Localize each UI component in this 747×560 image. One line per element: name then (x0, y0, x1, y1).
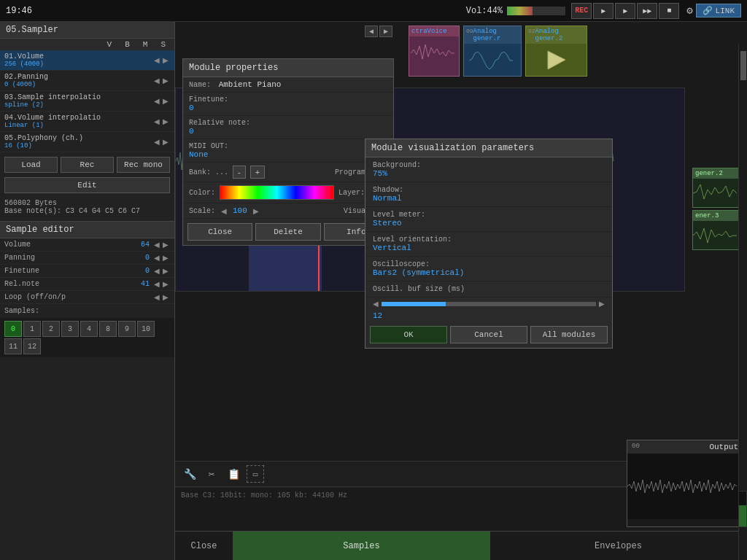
module-thumb-ctravoice[interactable]: ctraVoice (409, 26, 460, 77)
plus-btn[interactable]: + (250, 166, 265, 179)
minus-btn[interactable]: - (233, 166, 246, 179)
output-module[interactable]: 00 Output (627, 440, 743, 527)
buf-slider-track[interactable] (382, 302, 596, 306)
ctravoice-wave (411, 39, 457, 68)
viz-dialog-buttons: OK Cancel All modules (365, 322, 612, 348)
pan-arrow-right[interactable]: ▶ (161, 77, 170, 85)
prop-name-row: Name: Ambient Piano (183, 77, 393, 93)
viz-buf-row: Oscill. buf size (ms) (365, 281, 612, 298)
delete-button[interactable]: Delete (255, 223, 320, 241)
vol-arrow-left[interactable]: ◀ (152, 56, 161, 64)
sample-8[interactable]: 8 (99, 321, 117, 337)
loop-param-left[interactable]: ◀ (152, 293, 161, 301)
sample-1[interactable]: 1 (23, 321, 41, 337)
interp-arrow-left[interactable]: ◀ (152, 97, 161, 105)
stop-button[interactable]: ■ (659, 3, 679, 19)
play-icon (542, 47, 571, 73)
waveform-toolbar: 🔧 ✂ 📋 ▭ ◀ ▶ (175, 461, 685, 487)
sample-3[interactable]: 3 (61, 321, 79, 337)
vol-arrow-right[interactable]: ▶ (161, 56, 170, 64)
module-thumb-02[interactable]: 02 Analog gener.2 (525, 26, 587, 77)
pan-param-left[interactable]: ◀ (152, 254, 161, 262)
play-button[interactable]: ▶ (593, 3, 614, 19)
rec-mono-button[interactable]: Rec mono (117, 157, 170, 173)
vol-param-left[interactable]: ◀ (152, 241, 161, 249)
pan-param-right[interactable]: ▶ (161, 254, 170, 262)
color-picker[interactable] (220, 185, 334, 200)
play2-button[interactable]: ▶ (615, 3, 635, 19)
rn-param-left[interactable]: ◀ (152, 280, 161, 288)
ft-param-left[interactable]: ◀ (152, 267, 161, 275)
param-row-volume: Volume 64 ◀ ▶ (0, 238, 174, 252)
scissors-icon[interactable]: ✂ (203, 465, 220, 483)
sample-4[interactable]: 4 (80, 321, 98, 337)
buf-arrow-left[interactable]: ◀ (373, 300, 379, 308)
buf-arrow-right[interactable]: ▶ (599, 300, 605, 308)
viz-title: Module visualization parameters (365, 139, 612, 158)
load-button[interactable]: Load (4, 157, 58, 173)
bottom-tabs: Close Samples Envelopes (175, 531, 747, 560)
wrench-icon[interactable]: 🔧 (181, 465, 198, 483)
volume-bar[interactable] (507, 7, 565, 15)
envelopes-tab[interactable]: Envelopes (490, 532, 747, 560)
scale-right[interactable]: ▶ (252, 207, 260, 215)
gear-icon[interactable]: ⚙ (686, 4, 692, 17)
module-row-interp[interactable]: 03.Sample interpolatio spline (2) ◀ ▶ (0, 91, 174, 112)
play3-button[interactable]: ▶▶ (637, 3, 657, 19)
scrollbar-thumb[interactable] (740, 51, 746, 80)
buf-slider-fill (382, 302, 446, 306)
vi-arrow-left[interactable]: ◀ (152, 117, 161, 125)
main-scrollbar[interactable] (738, 44, 747, 560)
prop-bank-row: Bank: ... - + Program: ... (183, 163, 393, 182)
prop-scale-row: Scale: ◀ 100 ▶ Visualizer (183, 203, 393, 219)
right-module-gener3[interactable]: ener.3 (692, 210, 743, 250)
samples-row: 0 1 2 3 4 8 9 10 11 12 (0, 318, 174, 357)
pan-arrow-left[interactable]: ◀ (152, 77, 161, 85)
level-fill (739, 505, 746, 526)
paste-icon[interactable]: 📋 (225, 465, 242, 483)
module-row-panning[interactable]: 02.Panning 0 (4000) ◀ ▶ (0, 71, 174, 91)
module-thumb-09[interactable]: 09 Analog gener.r (463, 26, 522, 77)
sample-editor-title: Sample editor (0, 222, 174, 238)
scale-left[interactable]: ◀ (220, 207, 228, 215)
vi-arrow-right[interactable]: ▶ (161, 117, 170, 125)
volume-fill (507, 7, 533, 15)
loop-param-right[interactable]: ▶ (161, 293, 170, 301)
viz-ok-button[interactable]: OK (370, 326, 447, 343)
gener2-wave (693, 179, 740, 208)
viz-all-modules-button[interactable]: All modules (530, 326, 608, 343)
sample-12[interactable]: 12 (23, 338, 41, 354)
poly-arrow-left[interactable]: ◀ (152, 138, 161, 146)
module-row-vol-interp[interactable]: 04.Volume interpolatio Linear (1) ◀ ▶ (0, 112, 174, 132)
interp-arrow-right[interactable]: ▶ (161, 97, 170, 105)
poly-arrow-right[interactable]: ▶ (161, 138, 170, 146)
link-button[interactable]: 🔗 LINK (696, 4, 741, 18)
close-tab-button[interactable]: Close (175, 532, 233, 560)
viz-shadow-row: Shadow: Normal (365, 182, 612, 207)
ft-param-right[interactable]: ▶ (161, 267, 170, 275)
link-icon: 🔗 (703, 6, 713, 15)
edit-button[interactable]: Edit (4, 177, 170, 193)
samples-tab[interactable]: Samples (233, 532, 490, 560)
nav-arrow-right[interactable]: ▶ (379, 26, 392, 37)
module-row-poly[interactable]: 05.Polyphony (ch.) 16 (10) ◀ ▶ (0, 132, 174, 152)
right-module-gener2[interactable]: gener.2 (692, 168, 743, 208)
nav-arrows-top: ◀ ▶ (365, 26, 392, 37)
sample-9[interactable]: 9 (118, 321, 136, 337)
vol-param-right[interactable]: ▶ (161, 241, 170, 249)
sample-10[interactable]: 10 (137, 321, 155, 337)
param-row-relnote: Rel.note 41 ◀ ▶ (0, 278, 174, 291)
rec-button-sampler[interactable]: Rec (61, 157, 114, 173)
selection-icon[interactable]: ▭ (247, 465, 264, 483)
rec-button[interactable]: REC (571, 3, 592, 19)
base-info-text: Base C3: 16bit: mono: 105 kb: 44100 Hz (181, 491, 347, 499)
viz-bg-row: Background: 75% (365, 158, 612, 182)
sample-11[interactable]: 11 (4, 338, 22, 354)
module-row-volume[interactable]: 01.Volume 256 (4000) ◀ ▶ (0, 50, 174, 71)
sample-2[interactable]: 2 (42, 321, 60, 337)
sample-0[interactable]: 0 (4, 321, 22, 337)
viz-cancel-button[interactable]: Cancel (450, 326, 527, 343)
nav-arrow-left[interactable]: ◀ (365, 26, 378, 37)
rn-param-right[interactable]: ▶ (161, 280, 170, 288)
close-button[interactable]: Close (187, 223, 252, 241)
